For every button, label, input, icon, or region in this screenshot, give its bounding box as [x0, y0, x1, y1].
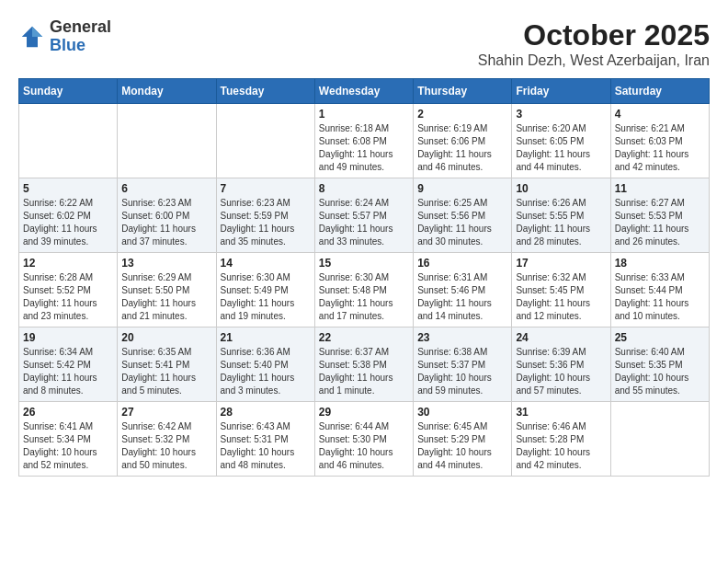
day-info: Sunrise: 6:20 AM Sunset: 6:05 PM Dayligh…: [516, 122, 606, 174]
day-info: Sunrise: 6:33 AM Sunset: 5:44 PM Dayligh…: [615, 271, 705, 323]
day-number: 26: [23, 406, 113, 419]
day-info: Sunrise: 6:43 AM Sunset: 5:31 PM Dayligh…: [221, 420, 311, 472]
table-row: 18Sunrise: 6:33 AM Sunset: 5:44 PM Dayli…: [610, 253, 709, 327]
table-row: [19, 104, 118, 178]
table-row: 19Sunrise: 6:34 AM Sunset: 5:42 PM Dayli…: [19, 327, 118, 402]
day-number: 22: [319, 331, 409, 344]
day-info: Sunrise: 6:32 AM Sunset: 5:45 PM Dayligh…: [516, 271, 606, 323]
day-number: 13: [121, 257, 211, 270]
calendar-header: SundayMondayTuesdayWednesdayThursdayFrid…: [19, 79, 710, 104]
day-number: 27: [121, 406, 211, 419]
weekday-header-sunday: Sunday: [19, 79, 118, 104]
day-info: Sunrise: 6:46 AM Sunset: 5:28 PM Dayligh…: [516, 420, 606, 472]
calendar-week-4: 19Sunrise: 6:34 AM Sunset: 5:42 PM Dayli…: [19, 327, 710, 402]
calendar-week-2: 5Sunrise: 6:22 AM Sunset: 6:02 PM Daylig…: [19, 178, 710, 253]
table-row: 20Sunrise: 6:35 AM Sunset: 5:41 PM Dayli…: [118, 327, 216, 402]
day-number: 16: [417, 257, 507, 270]
logo-general: General: [50, 18, 111, 37]
table-row: 3Sunrise: 6:20 AM Sunset: 6:05 PM Daylig…: [512, 104, 610, 178]
day-number: 5: [23, 182, 113, 195]
day-info: Sunrise: 6:44 AM Sunset: 5:30 PM Dayligh…: [319, 420, 409, 472]
weekday-header-monday: Monday: [118, 79, 216, 104]
table-row: 17Sunrise: 6:32 AM Sunset: 5:45 PM Dayli…: [512, 253, 610, 327]
day-info: Sunrise: 6:21 AM Sunset: 6:03 PM Dayligh…: [615, 122, 705, 174]
day-info: Sunrise: 6:28 AM Sunset: 5:52 PM Dayligh…: [23, 271, 113, 323]
day-number: 15: [319, 257, 409, 270]
day-number: 4: [615, 108, 705, 121]
svg-marker-1: [32, 27, 42, 37]
table-row: 24Sunrise: 6:39 AM Sunset: 5:36 PM Dayli…: [512, 327, 610, 402]
day-number: 9: [417, 182, 507, 195]
day-info: Sunrise: 6:45 AM Sunset: 5:29 PM Dayligh…: [417, 420, 507, 472]
table-row: 26Sunrise: 6:41 AM Sunset: 5:34 PM Dayli…: [19, 402, 118, 477]
weekday-header-saturday: Saturday: [610, 79, 709, 104]
day-number: 20: [121, 331, 211, 344]
day-number: 24: [516, 331, 606, 344]
calendar-title: October 2025: [478, 18, 710, 52]
table-row: 5Sunrise: 6:22 AM Sunset: 6:02 PM Daylig…: [19, 178, 118, 253]
logo-blue: Blue: [50, 37, 111, 55]
day-info: Sunrise: 6:18 AM Sunset: 6:08 PM Dayligh…: [319, 122, 409, 174]
day-number: 28: [221, 406, 311, 419]
day-number: 12: [23, 257, 113, 270]
day-info: Sunrise: 6:34 AM Sunset: 5:42 PM Dayligh…: [23, 346, 113, 397]
calendar-body: 1Sunrise: 6:18 AM Sunset: 6:08 PM Daylig…: [19, 104, 710, 477]
day-number: 6: [121, 182, 211, 195]
day-number: 3: [516, 108, 606, 121]
table-row: [118, 104, 216, 178]
day-number: 10: [516, 182, 606, 195]
table-row: 1Sunrise: 6:18 AM Sunset: 6:08 PM Daylig…: [314, 104, 413, 178]
table-row: 29Sunrise: 6:44 AM Sunset: 5:30 PM Dayli…: [314, 402, 413, 477]
day-number: 8: [319, 182, 409, 195]
weekday-header-tuesday: Tuesday: [216, 79, 314, 104]
table-row: 25Sunrise: 6:40 AM Sunset: 5:35 PM Dayli…: [610, 327, 709, 402]
weekday-header-row: SundayMondayTuesdayWednesdayThursdayFrid…: [19, 79, 710, 104]
day-info: Sunrise: 6:23 AM Sunset: 5:59 PM Dayligh…: [221, 197, 311, 248]
day-number: 31: [516, 406, 606, 419]
table-row: 6Sunrise: 6:23 AM Sunset: 6:00 PM Daylig…: [118, 178, 216, 253]
day-number: 23: [417, 331, 507, 344]
table-row: 31Sunrise: 6:46 AM Sunset: 5:28 PM Dayli…: [512, 402, 610, 477]
day-info: Sunrise: 6:35 AM Sunset: 5:41 PM Dayligh…: [121, 346, 211, 397]
day-info: Sunrise: 6:42 AM Sunset: 5:32 PM Dayligh…: [121, 420, 211, 472]
table-row: 28Sunrise: 6:43 AM Sunset: 5:31 PM Dayli…: [216, 402, 314, 477]
page-header: General Blue October 2025 Shahin Dezh, W…: [18, 18, 710, 69]
table-row: 15Sunrise: 6:30 AM Sunset: 5:48 PM Dayli…: [314, 253, 413, 327]
day-info: Sunrise: 6:31 AM Sunset: 5:46 PM Dayligh…: [417, 271, 507, 323]
day-number: 19: [23, 331, 113, 344]
day-info: Sunrise: 6:37 AM Sunset: 5:38 PM Dayligh…: [319, 346, 409, 397]
table-row: 12Sunrise: 6:28 AM Sunset: 5:52 PM Dayli…: [19, 253, 118, 327]
title-block: October 2025 Shahin Dezh, West Azerbaija…: [478, 18, 710, 69]
day-info: Sunrise: 6:26 AM Sunset: 5:55 PM Dayligh…: [516, 197, 606, 248]
day-info: Sunrise: 6:38 AM Sunset: 5:37 PM Dayligh…: [417, 346, 507, 397]
table-row: 16Sunrise: 6:31 AM Sunset: 5:46 PM Dayli…: [414, 253, 512, 327]
day-info: Sunrise: 6:30 AM Sunset: 5:48 PM Dayligh…: [319, 271, 409, 323]
day-info: Sunrise: 6:27 AM Sunset: 5:53 PM Dayligh…: [615, 197, 705, 248]
table-row: [610, 402, 709, 477]
day-number: 25: [615, 331, 705, 344]
day-info: Sunrise: 6:24 AM Sunset: 5:57 PM Dayligh…: [319, 197, 409, 248]
day-info: Sunrise: 6:22 AM Sunset: 6:02 PM Dayligh…: [23, 197, 113, 248]
table-row: 7Sunrise: 6:23 AM Sunset: 5:59 PM Daylig…: [216, 178, 314, 253]
logo-text: General Blue: [50, 18, 111, 55]
logo-icon: [18, 23, 46, 51]
calendar-week-1: 1Sunrise: 6:18 AM Sunset: 6:08 PM Daylig…: [19, 104, 710, 178]
calendar-week-3: 12Sunrise: 6:28 AM Sunset: 5:52 PM Dayli…: [19, 253, 710, 327]
day-number: 18: [615, 257, 705, 270]
day-info: Sunrise: 6:29 AM Sunset: 5:50 PM Dayligh…: [121, 271, 211, 323]
day-number: 17: [516, 257, 606, 270]
day-number: 1: [319, 108, 409, 121]
day-info: Sunrise: 6:19 AM Sunset: 6:06 PM Dayligh…: [417, 122, 507, 174]
table-row: 22Sunrise: 6:37 AM Sunset: 5:38 PM Dayli…: [314, 327, 413, 402]
table-row: 23Sunrise: 6:38 AM Sunset: 5:37 PM Dayli…: [414, 327, 512, 402]
day-number: 21: [221, 331, 311, 344]
calendar-table: SundayMondayTuesdayWednesdayThursdayFrid…: [18, 78, 710, 477]
weekday-header-thursday: Thursday: [414, 79, 512, 104]
day-info: Sunrise: 6:40 AM Sunset: 5:35 PM Dayligh…: [615, 346, 705, 397]
table-row: 13Sunrise: 6:29 AM Sunset: 5:50 PM Dayli…: [118, 253, 216, 327]
weekday-header-friday: Friday: [512, 79, 610, 104]
table-row: [216, 104, 314, 178]
day-info: Sunrise: 6:36 AM Sunset: 5:40 PM Dayligh…: [221, 346, 311, 397]
calendar-subtitle: Shahin Dezh, West Azerbaijan, Iran: [478, 52, 710, 69]
table-row: 21Sunrise: 6:36 AM Sunset: 5:40 PM Dayli…: [216, 327, 314, 402]
